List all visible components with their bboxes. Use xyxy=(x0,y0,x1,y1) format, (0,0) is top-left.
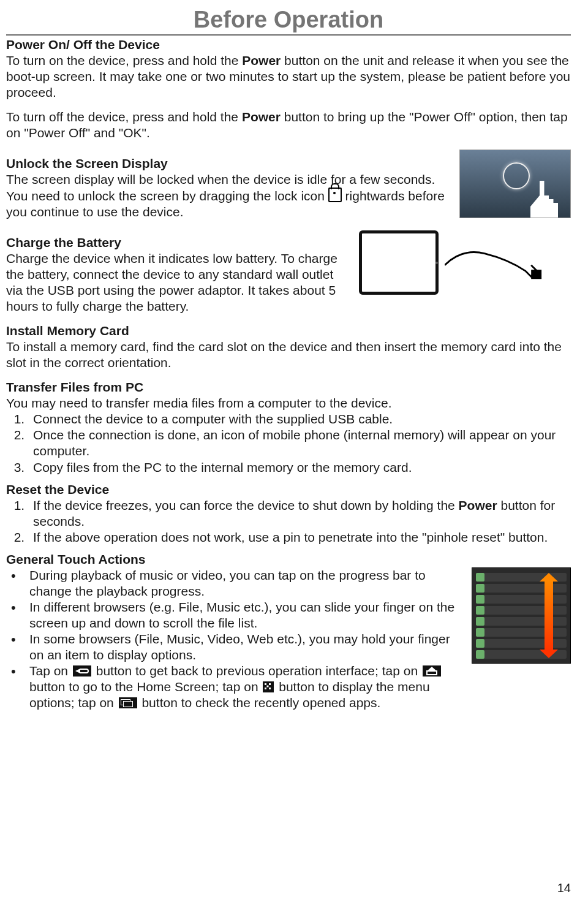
reset-list: If the device freezes, you can force the… xyxy=(6,498,571,545)
transfer-intro: You may need to transfer media files fro… xyxy=(6,395,571,411)
svg-rect-0 xyxy=(531,270,541,279)
heading-touch: General Touch Actions xyxy=(6,551,571,567)
touch-item-4: Tap on button to get back to previous op… xyxy=(6,663,466,711)
unlock-body: The screen display will be locked when t… xyxy=(6,172,450,220)
section-unlock: Unlock the Screen Display The screen dis… xyxy=(6,150,571,220)
reset-item-2: If the above operation does not work, us… xyxy=(28,529,571,545)
heading-memory: Install Memory Card xyxy=(6,323,571,339)
reset-item-1: If the device freezes, you can force the… xyxy=(28,498,571,529)
lock-icon xyxy=(328,188,342,202)
back-icon xyxy=(73,665,91,676)
section-memory: Install Memory Card To install a memory … xyxy=(6,323,571,371)
heading-reset: Reset the Device xyxy=(6,482,571,498)
touch-item-3: In some browsers (File, Music, Video, We… xyxy=(6,631,466,663)
heading-transfer: Transfer Files from PC xyxy=(6,379,571,395)
heading-power: Power On/ Off the Device xyxy=(6,37,571,53)
heading-unlock: Unlock the Screen Display xyxy=(6,156,450,172)
section-charge: Charge the Battery Charge the device whe… xyxy=(6,229,571,314)
section-reset: Reset the Device If the device freezes, … xyxy=(6,482,571,545)
charge-illustration xyxy=(359,229,543,296)
charge-body: Charge the device when it indicates low … xyxy=(6,251,349,314)
recent-apps-icon xyxy=(119,697,137,708)
touch-item-1: During playback of music or video, you c… xyxy=(6,567,466,599)
transfer-item-2: Once the connection is done, an icon of … xyxy=(28,427,571,459)
menu-icon xyxy=(263,681,274,692)
transfer-list: Connect the device to a computer with th… xyxy=(6,411,571,475)
touch-list: During playback of music or video, you c… xyxy=(6,567,466,711)
title-divider xyxy=(6,34,571,36)
power-p2: To turn off the device, press and hold t… xyxy=(6,109,571,141)
transfer-item-1: Connect the device to a computer with th… xyxy=(28,411,571,427)
heading-charge: Charge the Battery xyxy=(6,235,349,251)
transfer-item-3: Copy files from the PC to the internal m… xyxy=(28,460,571,476)
power-p1: To turn on the device, press and hold th… xyxy=(6,53,571,100)
touch-illustration xyxy=(459,150,571,218)
memory-body: To install a memory card, find the card … xyxy=(6,339,571,371)
page-number: 14 xyxy=(557,881,571,896)
page-title: Before Operation xyxy=(6,7,571,33)
section-power: Power On/ Off the Device To turn on the … xyxy=(6,37,571,141)
home-icon xyxy=(423,665,441,676)
scroll-illustration xyxy=(472,567,571,664)
section-transfer: Transfer Files from PC You may need to t… xyxy=(6,379,571,475)
touch-item-2: In different browsers (e.g. File, Music … xyxy=(6,599,466,631)
section-touch-actions: General Touch Actions During playback of… xyxy=(6,551,571,711)
